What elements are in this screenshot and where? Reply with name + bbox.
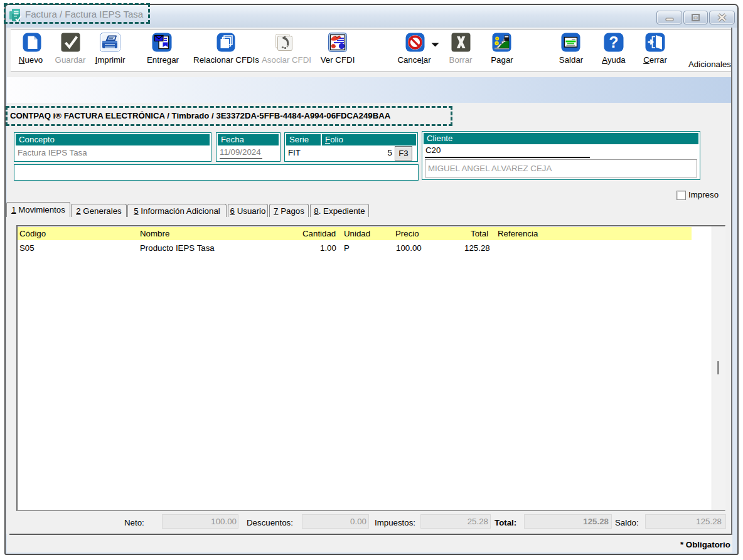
svg-text:?: ? bbox=[609, 33, 618, 51]
